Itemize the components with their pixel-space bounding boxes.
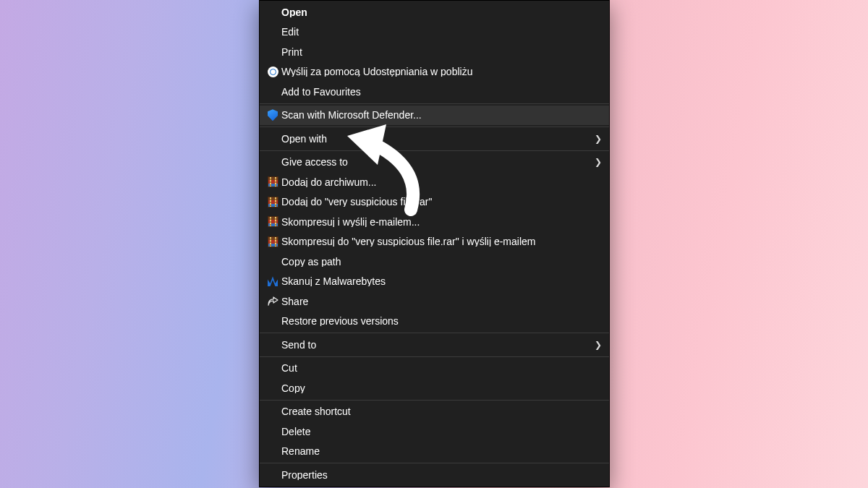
share-icon <box>264 296 281 307</box>
menu-item-label: Wyślij za pomocą Udostępniania w pobliżu <box>281 67 602 77</box>
menu-item-label: Share <box>281 296 602 307</box>
menu-item-label: Create shortcut <box>281 406 602 416</box>
menu-give-access[interactable]: Give access to❯ <box>260 153 609 173</box>
menu-item-label: Give access to <box>281 157 592 167</box>
defender-shield-icon <box>264 109 281 121</box>
menu-separator <box>260 150 609 151</box>
menu-item-label: Skanuj z Malwarebytes <box>281 276 602 286</box>
menu-item-label: Dodaj do "very suspicious file.rar" <box>281 197 602 207</box>
menu-mwb-scan[interactable]: Skanuj z Malwarebytes <box>260 272 609 292</box>
menu-send-to[interactable]: Send to❯ <box>260 335 609 355</box>
menu-delete[interactable]: Delete <box>260 421 609 442</box>
menu-nearby-share[interactable]: Wyślij za pomocą Udostępniania w pobliżu <box>260 62 609 82</box>
menu-item-label: Copy <box>281 383 602 393</box>
menu-separator <box>260 400 609 401</box>
menu-item-label: Delete <box>281 427 602 437</box>
menu-item-label: Scan with Microsoft Defender... <box>281 110 602 120</box>
menu-item-label: Copy as path <box>281 257 602 267</box>
menu-restore[interactable]: Restore previous versions <box>260 312 609 332</box>
menu-item-label: Skompresuj do "very suspicious file.rar"… <box>281 236 602 247</box>
winrar-icon <box>264 197 281 207</box>
menu-item-label: Add to Favourites <box>281 87 602 97</box>
menu-item-label: Properties <box>281 470 602 480</box>
winrar-icon <box>264 236 281 247</box>
menu-rar-addname[interactable]: Dodaj do "very suspicious file.rar" <box>260 192 609 213</box>
menu-rar-add[interactable]: Dodaj do archiwum... <box>260 172 609 192</box>
menu-copy-path[interactable]: Copy as path <box>260 252 609 272</box>
menu-shortcut[interactable]: Create shortcut <box>260 402 609 422</box>
menu-item-label: Edit <box>281 27 602 37</box>
nearby-share-icon <box>264 67 281 77</box>
malwarebytes-icon <box>264 276 281 286</box>
chevron-right-icon: ❯ <box>592 158 602 166</box>
menu-rar-email[interactable]: Skompresuj i wyślij e-mailem... <box>260 212 609 232</box>
menu-edit[interactable]: Edit <box>260 22 609 43</box>
menu-separator <box>260 356 609 357</box>
menu-separator <box>260 463 609 463</box>
menu-item-label: Dodaj do archiwum... <box>281 177 602 187</box>
menu-item-label: Open <box>281 7 602 17</box>
menu-open[interactable]: Open <box>260 2 609 22</box>
menu-item-label: Send to <box>281 340 592 350</box>
chevron-right-icon: ❯ <box>592 134 602 143</box>
winrar-icon <box>264 216 281 227</box>
menu-item-label: Skompresuj i wyślij e-mailem... <box>281 217 602 227</box>
menu-rar-nameemail[interactable]: Skompresuj do "very suspicious file.rar"… <box>260 232 609 252</box>
menu-item-label: Print <box>281 47 602 57</box>
menu-open-with[interactable]: Open with❯ <box>260 129 609 149</box>
chevron-right-icon: ❯ <box>592 341 602 349</box>
menu-separator <box>260 333 609 333</box>
menu-separator <box>260 103 609 104</box>
menu-print[interactable]: Print <box>260 42 609 62</box>
menu-properties[interactable]: Properties <box>260 465 609 485</box>
menu-item-label: Open with <box>281 134 592 144</box>
menu-item-label: Rename <box>281 446 602 456</box>
menu-item-label: Cut <box>281 363 602 373</box>
menu-item-label: Restore previous versions <box>281 316 602 326</box>
menu-separator <box>260 127 609 127</box>
menu-cut[interactable]: Cut <box>260 359 609 379</box>
winrar-icon <box>264 176 281 187</box>
menu-favourites[interactable]: Add to Favourites <box>260 82 609 102</box>
menu-rename[interactable]: Rename <box>260 442 609 462</box>
menu-copy[interactable]: Copy <box>260 378 609 398</box>
menu-share[interactable]: Share <box>260 291 609 312</box>
context-menu: OpenEditPrintWyślij za pomocą Udostępnia… <box>259 0 610 487</box>
menu-defender-scan[interactable]: Scan with Microsoft Defender... <box>260 106 609 126</box>
